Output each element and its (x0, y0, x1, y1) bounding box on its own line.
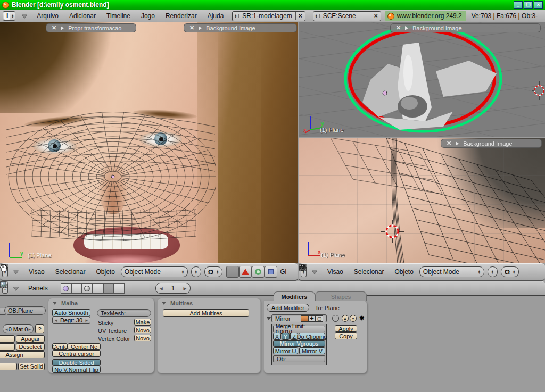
merge-limit-spinner[interactable]: Merge Limit: 0.0010 (273, 326, 325, 332)
collapse-menu-icon[interactable] (13, 270, 19, 274)
collapse-menu-icon[interactable] (13, 287, 19, 290)
collapse-panel-icon[interactable] (53, 302, 57, 305)
menu-visao[interactable]: Visao (323, 268, 348, 276)
manipulator-hand-button[interactable] (226, 266, 239, 278)
panel-background-image[interactable]: ✕ Background Image (390, 23, 541, 32)
spin-left-icon[interactable]: ◂ (55, 318, 57, 323)
page-next-icon[interactable]: ▸ (183, 285, 186, 292)
texmesh-field[interactable]: TexMesh: (97, 309, 151, 317)
spin-left-icon[interactable]: ◂ (5, 327, 8, 332)
menu-jogo[interactable]: Jogo (136, 12, 160, 20)
menu-renderizar[interactable]: Renderizar (160, 12, 202, 20)
menu-ajuda[interactable]: Ajuda (202, 12, 229, 20)
mirror-ob-field[interactable]: Ob: (273, 355, 325, 362)
mirror-u-toggle[interactable]: Mirror U (273, 347, 298, 354)
editmode-toggle-icon[interactable]: ▢ (316, 315, 323, 322)
collapse-modifier-icon[interactable] (267, 317, 271, 320)
screen-selector[interactable]: ▲▼ SR:1-modelagem × (232, 11, 305, 21)
close-icon[interactable]: ✕ (396, 24, 401, 31)
set-solid-button[interactable]: Set Solid (18, 363, 45, 370)
pivot-dropdown[interactable]: Ω ▲▼ (204, 266, 222, 277)
logic-context-button[interactable] (61, 283, 71, 294)
panel-propr-transformacao[interactable]: ✕ Propr transformacao (46, 23, 136, 32)
screen-delete-x[interactable]: × (295, 12, 305, 20)
menu-timeline[interactable]: Timeline (101, 12, 136, 20)
menu-objeto[interactable]: Objeto (91, 268, 119, 276)
modifier-name-field[interactable]: Mirror ✚ ▢ (271, 314, 327, 322)
draw-type-dropdown[interactable]: ▲▼ (191, 266, 201, 277)
menu-selecionar[interactable]: Selecionar (51, 268, 90, 276)
scene-delete-x[interactable]: × (371, 12, 381, 20)
window-type-button[interactable]: i▲▼ (3, 11, 15, 21)
add-modifier-button[interactable]: Add Modifier (267, 304, 309, 312)
mode-dropdown[interactable]: Object Mode ▲▼ (419, 266, 484, 277)
vertex-color-novo-button[interactable]: Novo (134, 335, 151, 341)
scene-context-button[interactable] (114, 283, 125, 294)
circle-icon[interactable] (332, 315, 339, 322)
viewport-side[interactable]: ✕ Background Image x (1) Plane (299, 138, 545, 263)
mirror-y-toggle[interactable]: Y (282, 333, 290, 340)
mode-dropdown[interactable]: Object Mode ▲▼ (121, 266, 188, 277)
deselect-button[interactable]: Deselect (16, 343, 45, 351)
spin-right-icon[interactable]: ▸ (28, 327, 31, 332)
render-toggle-icon[interactable] (301, 315, 308, 322)
viewport-perspective[interactable]: ✕ Background Image y x (1) Plane (299, 22, 545, 137)
buttons-page-stepper[interactable]: ◂ 1 ▸ (155, 283, 191, 294)
mirror-v-toggle[interactable]: Mirror V (299, 347, 325, 354)
move-down-icon[interactable]: ▼ (350, 315, 357, 322)
help-button[interactable]: ? (35, 324, 44, 333)
maximize-button[interactable]: ❐ (524, 1, 533, 9)
spin-right-icon[interactable]: ▸ (85, 318, 88, 323)
cut-button[interactable] (0, 343, 15, 351)
uv-texture-novo-button[interactable]: Novo (134, 327, 151, 333)
rotate-manipulator-button[interactable] (252, 266, 265, 278)
page-prev-icon[interactable]: ◂ (160, 285, 163, 292)
mirror-x-toggle[interactable]: X (273, 333, 281, 340)
viewport-front[interactable]: ✕ Propr transformacao ✕ Background Image… (0, 22, 298, 263)
assign-button[interactable]: Assign (0, 351, 45, 358)
collapse-menu-icon[interactable] (22, 14, 27, 18)
close-icon[interactable]: ✕ (447, 140, 451, 147)
tab-modifiers[interactable]: Modifiers (274, 291, 315, 301)
move-up-icon[interactable]: ▲ (342, 315, 349, 322)
apply-button[interactable]: Apply (335, 325, 357, 332)
shading-context-button[interactable] (82, 283, 93, 294)
script-context-button[interactable] (71, 283, 82, 294)
minimize-button[interactable]: _ (514, 1, 523, 9)
scene-selector[interactable]: ▲▼ SCE:Scene × (313, 11, 381, 21)
expand-triangle-icon[interactable] (405, 26, 408, 30)
centre-cursor-button[interactable]: Centra cursor (52, 350, 101, 357)
panel-background-image[interactable]: ✕ Background Image (441, 139, 542, 148)
editing-context-button[interactable] (103, 283, 114, 294)
centre-button[interactable]: Cente (52, 343, 68, 350)
degr-spinner[interactable]: ◂Degr: 30▸ (52, 316, 90, 324)
no-vnormal-flip-toggle[interactable]: No V.Normal Flip (52, 366, 101, 373)
scale-manipulator-button[interactable] (265, 266, 277, 278)
spinner-arrows-icon[interactable]: ▲▼ (233, 14, 239, 18)
menu-selecionar[interactable]: Selecionar (349, 268, 389, 276)
copy-button[interactable]: Copy (335, 332, 357, 339)
spinner-arrows-icon[interactable]: ▲▼ (313, 14, 320, 18)
translate-manipulator-button[interactable] (239, 266, 252, 278)
centre-new-button[interactable]: Center Ne (68, 343, 101, 350)
auto-smooth-toggle[interactable]: Auto Smooth (52, 309, 90, 316)
sticky-make-button[interactable]: Make (134, 319, 151, 326)
collapse-panel-icon[interactable] (162, 302, 166, 305)
tab-shapes[interactable]: Shapes (315, 291, 367, 301)
realtime-toggle-icon[interactable]: ✚ (308, 315, 316, 322)
delete-modifier-icon[interactable]: ✱ (359, 315, 364, 322)
cut-button[interactable] (0, 335, 15, 343)
ob-name-field[interactable]: OB:Plane (4, 306, 46, 315)
material-index-spinner[interactable]: ◂0 Mat 0▸ (3, 324, 34, 333)
double-sided-toggle[interactable]: Double Sided (52, 359, 101, 366)
screen-name[interactable]: SR:1-modelagem (239, 12, 295, 20)
add-multires-button[interactable]: Add Multires (163, 309, 249, 317)
mirror-vgroups-toggle[interactable]: Mirror Vgroups (273, 340, 325, 347)
object-context-button[interactable] (93, 283, 103, 294)
menu-arquivo[interactable]: Arquivo (31, 12, 64, 20)
menu-objeto[interactable]: Objeto (390, 268, 418, 276)
menu-visao[interactable]: Visao (24, 268, 49, 276)
orientation-dropdown[interactable]: Gl (278, 268, 288, 276)
expand-triangle-icon[interactable] (456, 141, 459, 146)
apagar-button[interactable]: Apagar (16, 335, 45, 343)
